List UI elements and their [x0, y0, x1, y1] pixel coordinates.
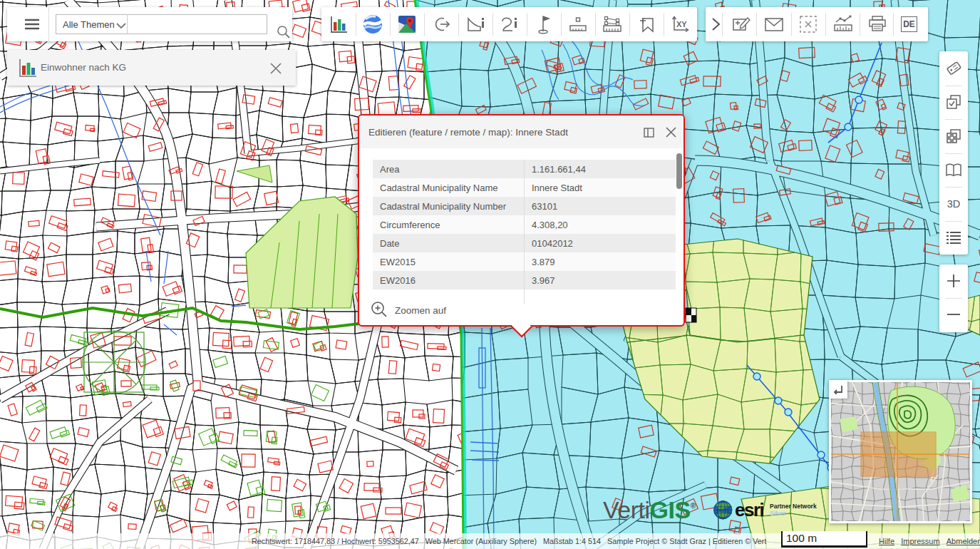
- svg-text:XY: XY: [676, 20, 687, 29]
